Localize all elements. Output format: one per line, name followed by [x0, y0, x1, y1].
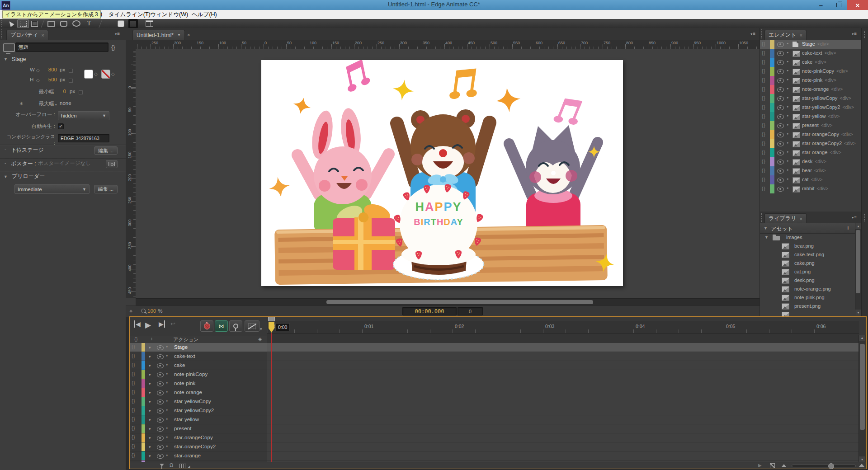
star-orangeCopy2[interactable]	[267, 175, 292, 199]
scrollbar-thumb[interactable]	[860, 344, 865, 430]
keyframe-diamond-icon[interactable]: ◇	[36, 68, 40, 73]
chevron-down-icon[interactable]: ▾	[149, 436, 151, 440]
library-file-row[interactable]: present.png	[760, 302, 855, 310]
timeline-track-Stage[interactable]	[267, 343, 859, 352]
timeline-cursor-icon[interactable]: ▶	[758, 463, 762, 468]
chevron-down-icon[interactable]: ▾	[149, 390, 151, 395]
timeline-layer-cake[interactable]: {}▾●cake	[130, 361, 267, 370]
lock-dot-icon[interactable]: ●	[787, 69, 788, 72]
menu-item-window[interactable]: ウィンドウ(W)	[150, 11, 188, 19]
layout-defaults-tool[interactable]	[144, 20, 155, 27]
lock-dot-icon[interactable]: ●	[787, 105, 788, 108]
code-braces-icon[interactable]: {}	[132, 371, 136, 376]
code-braces-icon[interactable]: {}	[762, 42, 766, 47]
panel-grip[interactable]	[1, 29, 4, 38]
menu-item-timeline[interactable]: タイムライン(T)	[108, 11, 151, 19]
code-braces-icon[interactable]: {}	[762, 51, 766, 56]
document-tab[interactable]: Untitled-1.html* ▼	[132, 30, 185, 40]
code-braces-icon[interactable]: {}	[762, 177, 766, 182]
lock-dot-icon[interactable]: ●	[787, 87, 788, 90]
element-row-Stage[interactable]: {}●Stage<div>	[760, 40, 862, 49]
lock-dot-icon[interactable]: ●	[787, 96, 788, 99]
code-braces-icon[interactable]: {}	[762, 96, 766, 101]
timeline-layer-star-orange[interactable]: {}▾●star-orange	[130, 451, 267, 461]
text-tool[interactable]: T	[84, 20, 94, 27]
auto-keyframe-toggle[interactable]	[200, 320, 213, 332]
library-file-row[interactable]: desk.png	[760, 276, 855, 285]
pasteboard[interactable]: HAPPY BIRTHDAY	[136, 49, 760, 298]
timeline-time-ruler[interactable]: 0:000:010:020:030:040:050:06	[267, 321, 859, 334]
rectangle-tool[interactable]	[46, 20, 57, 27]
element-row-present[interactable]: {}●present<div>	[760, 121, 862, 130]
code-braces-icon[interactable]: {}	[132, 453, 136, 458]
timeline-track-present[interactable]	[267, 424, 859, 433]
code-braces-icon[interactable]: {}	[762, 141, 766, 146]
tab-elements[interactable]: エレメント ×	[764, 30, 807, 40]
timeline-layer-cake-text[interactable]: {}▾●cake-text	[130, 352, 267, 361]
element-row-note-orange[interactable]: {}●note-orange<div>	[760, 85, 862, 94]
timeline-track-cake-text[interactable]	[267, 352, 859, 361]
code-braces-icon[interactable]: {}	[762, 105, 766, 110]
code-braces-icon[interactable]: {}	[762, 168, 766, 173]
preloader-section-header[interactable]: ▼ プリローダー	[0, 173, 126, 182]
library-file-row[interactable]: note-pink.png	[760, 293, 855, 302]
lock-dot-icon[interactable]: ●	[787, 78, 788, 81]
visibility-eye-icon[interactable]	[157, 427, 164, 432]
code-braces-icon[interactable]: {}	[132, 362, 136, 367]
scroll-up-icon[interactable]: ▲	[855, 223, 861, 229]
tab-close-icon[interactable]: ×	[799, 33, 802, 38]
visibility-eye-icon[interactable]	[157, 454, 164, 459]
timeline-track-note-orange[interactable]	[267, 388, 859, 397]
tab-properties[interactable]: プロパティ ×	[6, 30, 48, 40]
element-row-note-pinkCopy[interactable]: {}●note-pinkCopy<div>	[760, 67, 862, 76]
ellipse-tool[interactable]	[71, 20, 82, 27]
assets-header[interactable]: ▼ アセット +	[760, 223, 862, 234]
visibility-eye-icon[interactable]	[157, 363, 164, 368]
registration-point-icon[interactable]: ⌖	[129, 308, 132, 315]
timeline-track-star-yellowCopy[interactable]	[267, 397, 859, 406]
slider-knob[interactable]	[828, 463, 834, 469]
code-braces-icon[interactable]: {}	[762, 150, 766, 155]
timeline-layer-star-orangeCopy[interactable]: {}▾●star-orangeCopy	[130, 433, 267, 442]
collapse-icon[interactable]: -	[5, 160, 6, 165]
visibility-eye-icon[interactable]	[157, 409, 164, 414]
note-orange[interactable]	[448, 65, 481, 103]
timeline-layer-star-yellow[interactable]: {}▾●star-yellow	[130, 415, 267, 424]
lock-dot-icon[interactable]: ●	[787, 114, 788, 117]
composition-name-field[interactable]: 無題	[15, 42, 108, 52]
element-row-cake-text[interactable]: {}●cake-text<div>	[760, 49, 862, 58]
stage-border-color-swatch[interactable]	[101, 70, 110, 79]
library-file-row[interactable]: bear.png	[760, 242, 855, 250]
transform-tool[interactable]	[17, 19, 29, 28]
auto-transition-toggle[interactable]: ⋈	[215, 320, 228, 332]
element-row-rabbit[interactable]: {}●rabbit<div>	[760, 184, 862, 193]
library-file-row[interactable]: cake-text.png	[760, 250, 855, 259]
lock-dot-icon[interactable]: ●	[166, 417, 168, 420]
panel-menu-icon[interactable]: ≡	[750, 31, 755, 36]
lock-dot-icon[interactable]: ●	[787, 141, 788, 144]
chevron-down-icon[interactable]: ▾	[149, 427, 151, 431]
code-braces-icon[interactable]: {}	[762, 87, 766, 92]
code-braces-icon[interactable]: {}	[132, 353, 136, 358]
code-braces-icon[interactable]: {}	[132, 390, 136, 395]
visibility-eye-icon[interactable]	[777, 51, 784, 56]
timeline-layer-note-pink[interactable]: {}▾●note-pink	[130, 379, 267, 388]
play-button[interactable]: ▶	[145, 320, 151, 330]
preloader-select[interactable]: Immediate ▼	[14, 184, 90, 194]
lock-dot-icon[interactable]: ●	[166, 372, 168, 375]
chevron-down-icon[interactable]: ▼	[177, 33, 181, 37]
chevron-down-icon[interactable]: ▼	[764, 235, 769, 240]
visibility-eye-icon[interactable]	[777, 60, 784, 65]
poster-capture-button[interactable]	[106, 160, 118, 168]
code-braces-icon[interactable]: {}	[762, 159, 766, 164]
lock-dot-icon[interactable]: ●	[166, 345, 168, 348]
code-braces-icon[interactable]: {}	[132, 399, 136, 404]
rounded-rectangle-tool[interactable]	[58, 20, 69, 27]
dock-grip[interactable]	[864, 31, 867, 38]
playhead-handle[interactable]	[268, 317, 275, 321]
keyframe-diamond-icon[interactable]: ◇	[36, 78, 40, 83]
return-button[interactable]: ↩	[170, 320, 175, 327]
timeline-vertical-scrollbar[interactable]: ▲ ▼	[859, 335, 866, 462]
visibility-eye-icon[interactable]	[777, 132, 784, 137]
easing-button[interactable]	[245, 320, 259, 332]
